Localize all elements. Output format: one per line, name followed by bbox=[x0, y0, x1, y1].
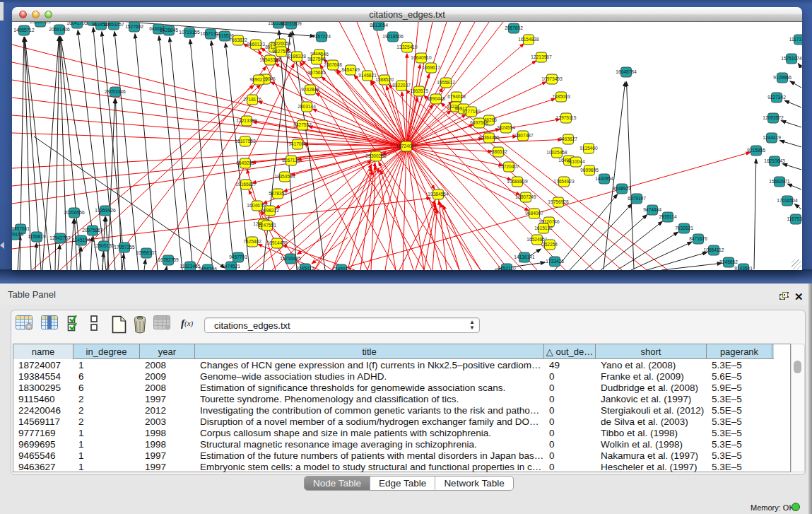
svg-text:8452110: 8452110 bbox=[498, 266, 516, 270]
svg-text:8428845: 8428845 bbox=[160, 28, 178, 33]
svg-text:2367608: 2367608 bbox=[324, 62, 342, 67]
svg-text:2935114: 2935114 bbox=[659, 214, 677, 219]
svg-text:6549285: 6549285 bbox=[236, 160, 254, 165]
svg-text:20590713: 20590713 bbox=[30, 22, 51, 24]
svg-text:7625402: 7625402 bbox=[243, 239, 261, 244]
svg-text:7245013: 7245013 bbox=[332, 267, 351, 270]
svg-text:20975867: 20975867 bbox=[82, 228, 103, 233]
svg-text:252254: 252254 bbox=[542, 242, 558, 247]
svg-text:8660123: 8660123 bbox=[247, 42, 265, 47]
svg-text:7663822: 7663822 bbox=[229, 37, 247, 42]
svg-text:16914479: 16914479 bbox=[266, 240, 288, 245]
svg-text:9227342: 9227342 bbox=[767, 95, 786, 100]
svg-text:7386532: 7386532 bbox=[489, 149, 507, 154]
svg-text:9110044: 9110044 bbox=[567, 159, 585, 164]
svg-text:1588520: 1588520 bbox=[375, 77, 394, 82]
svg-text:6379197: 6379197 bbox=[628, 196, 646, 201]
svg-text:20691406: 20691406 bbox=[49, 27, 70, 32]
svg-text:14055712: 14055712 bbox=[13, 28, 35, 33]
svg-text:16107553: 16107553 bbox=[235, 139, 256, 144]
svg-text:6794028: 6794028 bbox=[447, 94, 466, 99]
svg-text:20364436: 20364436 bbox=[478, 135, 500, 140]
svg-text:(x): (x) bbox=[184, 319, 194, 328]
svg-text:10807487: 10807487 bbox=[512, 133, 534, 138]
svg-text:8813054: 8813054 bbox=[370, 23, 388, 28]
svg-text:9146821: 9146821 bbox=[358, 73, 377, 78]
svg-text:10025458: 10025458 bbox=[546, 150, 567, 155]
svg-text:11353594: 11353594 bbox=[275, 174, 295, 179]
svg-text:6497568: 6497568 bbox=[470, 120, 488, 125]
svg-text:12093572: 12093572 bbox=[763, 115, 784, 120]
svg-text:1167533: 1167533 bbox=[787, 216, 802, 221]
svg-text:9457791: 9457791 bbox=[229, 255, 247, 259]
svg-text:23226058: 23226058 bbox=[270, 41, 291, 46]
svg-text:3624554: 3624554 bbox=[497, 125, 515, 130]
svg-text:10543382: 10543382 bbox=[259, 57, 281, 62]
svg-text:9115460: 9115460 bbox=[579, 146, 598, 151]
svg-text:1156819: 1156819 bbox=[28, 234, 46, 239]
svg-text:11173105: 11173105 bbox=[789, 37, 802, 42]
svg-text:15751074: 15751074 bbox=[781, 56, 802, 61]
svg-text:9699695: 9699695 bbox=[580, 168, 599, 173]
svg-text:7357224: 7357224 bbox=[312, 34, 331, 39]
svg-text:15716485: 15716485 bbox=[280, 256, 301, 261]
svg-text:1733426: 1733426 bbox=[546, 259, 564, 264]
svg-text:9463627: 9463627 bbox=[559, 136, 577, 141]
svg-text:9656356: 9656356 bbox=[199, 267, 217, 270]
svg-text:25300295: 25300295 bbox=[365, 153, 387, 158]
svg-text:1527602: 1527602 bbox=[125, 24, 143, 29]
svg-text:10653257: 10653257 bbox=[103, 22, 124, 27]
svg-text:19384554: 19384554 bbox=[428, 192, 449, 197]
svg-text:8454749: 8454749 bbox=[341, 67, 360, 72]
svg-text:9777169: 9777169 bbox=[462, 109, 481, 114]
svg-text:10654112: 10654112 bbox=[704, 247, 724, 252]
svg-text:9143501: 9143501 bbox=[734, 266, 753, 270]
svg-text:12942757: 12942757 bbox=[49, 235, 71, 240]
svg-text:17957255: 17957255 bbox=[114, 245, 135, 250]
svg-text:2087652: 2087652 bbox=[505, 25, 523, 30]
svg-text:12505135: 12505135 bbox=[93, 243, 114, 248]
svg-text:9242848: 9242848 bbox=[301, 87, 319, 92]
svg-text:10958107: 10958107 bbox=[136, 250, 157, 255]
svg-text:8474521: 8474521 bbox=[222, 264, 240, 269]
svg-text:9474444: 9474444 bbox=[643, 207, 661, 212]
svg-text:11923465: 11923465 bbox=[180, 264, 201, 269]
svg-text:16782759: 16782759 bbox=[158, 257, 179, 262]
svg-text:12213389: 12213389 bbox=[236, 118, 257, 123]
svg-text:2803144: 2803144 bbox=[298, 104, 316, 109]
svg-text:20206556: 20206556 bbox=[64, 210, 85, 215]
svg-text:8322037: 8322037 bbox=[392, 83, 411, 88]
svg-text:15692971: 15692971 bbox=[769, 179, 790, 184]
svg-text:13325419: 13325419 bbox=[396, 45, 418, 49]
svg-text:18724007: 18724007 bbox=[396, 144, 417, 148]
svg-text:1069617: 1069617 bbox=[422, 65, 440, 70]
svg-text:16640910: 16640910 bbox=[411, 55, 432, 60]
svg-text:9245652: 9245652 bbox=[719, 259, 738, 264]
svg-text:8215955: 8215955 bbox=[747, 148, 765, 153]
svg-text:9684067: 9684067 bbox=[525, 211, 543, 216]
svg-text:9827508: 9827508 bbox=[307, 57, 326, 62]
svg-text:16033809: 16033809 bbox=[281, 22, 302, 26]
svg-text:5878352: 5878352 bbox=[269, 191, 287, 196]
svg-text:8990448: 8990448 bbox=[427, 96, 445, 101]
svg-text:10973493: 10973493 bbox=[541, 76, 563, 81]
svg-text:1145194: 1145194 bbox=[72, 238, 90, 243]
svg-text:16210643: 16210643 bbox=[764, 158, 785, 163]
svg-text:19166827: 19166827 bbox=[235, 182, 257, 187]
svg-text:9417004: 9417004 bbox=[288, 141, 307, 146]
svg-text:1955812: 1955812 bbox=[437, 80, 455, 85]
svg-text:12975115: 12975115 bbox=[556, 115, 577, 120]
svg-text:8427552: 8427552 bbox=[293, 122, 312, 127]
svg-text:9827503: 9827503 bbox=[272, 49, 290, 54]
svg-text:1247551: 1247551 bbox=[258, 223, 276, 228]
svg-text:16154838: 16154838 bbox=[518, 37, 539, 42]
svg-text:10688809: 10688809 bbox=[507, 179, 528, 184]
svg-text:19756928: 19756928 bbox=[548, 199, 569, 204]
svg-text:29053346: 29053346 bbox=[105, 89, 126, 94]
svg-text:10719155: 10719155 bbox=[179, 30, 200, 35]
svg-text:12213967: 12213967 bbox=[531, 54, 552, 59]
svg-text:1362615: 1362615 bbox=[410, 88, 428, 93]
svg-text:18807249: 18807249 bbox=[515, 194, 536, 199]
svg-text:17359926: 17359926 bbox=[95, 208, 116, 213]
svg-text:19218506: 19218506 bbox=[382, 34, 404, 39]
